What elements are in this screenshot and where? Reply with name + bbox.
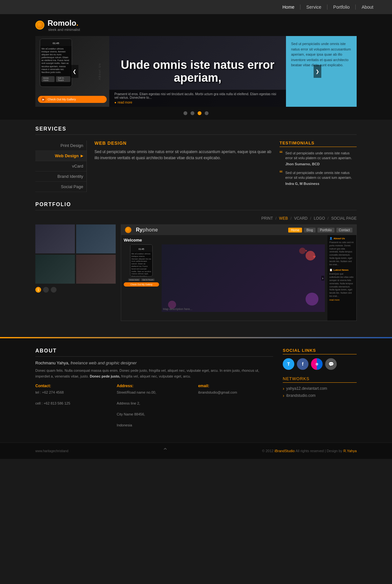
nav-service[interactable]: Service xyxy=(300,5,327,10)
flickr-icon[interactable]: ✿ xyxy=(311,358,323,370)
ps-mini-phone: 01:45 We aCurabitur ultrices tristique v… xyxy=(130,244,153,277)
footer-site-link: www.haritagechristiand xyxy=(35,449,68,453)
ps-nav-portfolio[interactable]: Portfolio xyxy=(317,228,334,233)
testimonial-1-text: Sed ut perspiciatis unde omnis iste natu… xyxy=(285,151,357,161)
ps-about-body: Praesent eu odio sed mi porta moleste. D… xyxy=(329,241,354,266)
ps-know-more[interactable]: know more xyxy=(128,278,140,281)
designer-link[interactable]: R.Yahya xyxy=(343,449,357,453)
portfolio-main: Ryphone Home Blog Portfolio Contact Welc… xyxy=(121,224,357,321)
ps-get-touch[interactable]: Get In Touch xyxy=(141,278,155,281)
ps-nav: Home Blog Portfolio Contact xyxy=(288,228,352,233)
nav-about[interactable]: About xyxy=(356,5,379,10)
footer-contact-row: Contact: tel : +62 274 4568 cell : +62 8… xyxy=(35,384,273,433)
author-role: freelance web and graphic designer xyxy=(70,360,137,365)
hero-section: ❮ 01:45 We aCurabitur ultrices tristique… xyxy=(0,36,392,120)
scroll-top-btn[interactable]: ⌃ xyxy=(162,447,168,455)
service-brand-identity[interactable]: Brand Identity xyxy=(35,171,86,182)
portfolio-page-2[interactable] xyxy=(43,287,49,293)
service-vcard[interactable]: vCard xyxy=(35,161,86,171)
filter-sep-1: / xyxy=(275,216,276,221)
portfolio-nav-dots: 1 xyxy=(35,287,116,293)
slider-arrow-left[interactable]: ❮ xyxy=(71,65,78,78)
hero-about-text: Praesent id eros. Etiam egestas nisi vel… xyxy=(114,92,281,99)
ps-nav-home[interactable]: Home xyxy=(288,228,302,233)
thumb-4[interactable] xyxy=(76,255,116,284)
ps-news-header: 📋 Latest News xyxy=(329,269,354,271)
check-gallery-btn[interactable]: ▶ Check Out My Gallery xyxy=(38,96,107,103)
dot-2[interactable] xyxy=(191,111,194,115)
slide-right-panel: Sed ut perspiciatis unde omnis iste natu… xyxy=(286,36,357,107)
ps-welcome-text: Welcome xyxy=(124,238,325,242)
thumb-1[interactable] xyxy=(35,224,75,253)
filter-logo[interactable]: LOGO xyxy=(314,216,325,221)
testimonials: TESTIMONIALS Sed ut perspiciatis unde om… xyxy=(280,141,357,192)
know-more-btn[interactable]: know more xyxy=(41,76,55,82)
address-line-1: Street/Road name no.00, xyxy=(117,389,192,396)
slide-right-text: Sed ut perspiciatis unde omnis iste natu… xyxy=(291,41,352,68)
thumb-3[interactable] xyxy=(35,255,75,284)
contact-label: Contact: xyxy=(35,384,110,388)
testimonial-2-author: Indra G, M Business xyxy=(285,182,357,186)
twitter-icon[interactable]: T xyxy=(283,358,294,370)
read-more-link[interactable]: ● read more xyxy=(114,101,281,104)
author-name: Rochmanu Yahya, freelance web and graphi… xyxy=(35,360,273,365)
ps-nav-blog[interactable]: Blog xyxy=(304,228,316,233)
portfolio-screenshot: Ryphone Home Blog Portfolio Contact Welc… xyxy=(121,225,356,321)
filter-social[interactable]: SOCIAL PAGE xyxy=(331,216,357,221)
ibrand-link[interactable]: iBrandStudio xyxy=(274,449,295,453)
main-nav: Home Service Portfolio About xyxy=(0,0,392,14)
footer-social: SOCIAL LINKS T f ✿ 💬 NETWORKS yahya12.de… xyxy=(273,348,357,433)
slider-arrow-right[interactable]: ❯ xyxy=(314,65,321,78)
testimonials-title: TESTIMONIALS xyxy=(280,141,357,147)
bottom-bar: www.haritagechristiand ⌃ © 2012 iBrandSt… xyxy=(0,443,392,459)
ps-nav-contact[interactable]: Contact xyxy=(336,228,352,233)
email-col: email: ibrandstudio@gmail.com xyxy=(198,384,273,433)
social-icons: T f ✿ 💬 xyxy=(283,358,357,370)
ps-brand-name: Ryphone xyxy=(136,227,158,233)
service-web-design[interactable]: Web Design xyxy=(35,151,86,161)
ps-read-more[interactable]: read more xyxy=(329,299,354,301)
thumb-row-1 xyxy=(35,224,116,253)
dot-1[interactable] xyxy=(183,111,187,115)
portfolio-section: PORTFOLIO PRINT / WEB / VCARD / LOGO / S… xyxy=(35,202,357,321)
services-content: WEB DESIGN Sed ut perspiciatis unde omni… xyxy=(87,141,280,192)
ps-deco-col: ♥ ♥ Map description here... › xyxy=(162,244,325,312)
about-bio: Donec quam felis. Nulla consequat massa … xyxy=(35,368,273,379)
phone-time: 01:45 xyxy=(53,42,59,45)
email-value: ibrandstudio@gmail.com xyxy=(198,389,273,396)
portfolio-page-3[interactable] xyxy=(51,287,57,293)
ps-check-gallery[interactable]: Check Out My Gallery xyxy=(124,282,159,287)
filter-print[interactable]: PRINT xyxy=(261,216,273,221)
get-touch-btn[interactable]: Get In Touch xyxy=(56,76,70,82)
dot-4[interactable] xyxy=(205,111,209,115)
footer-about: ABOUT Rochmanu Yahya, freelance web and … xyxy=(35,348,273,433)
dot-3[interactable] xyxy=(198,111,201,115)
slide-left-body-text: We aCurabitur ultrices tristique viverra… xyxy=(41,47,70,74)
chat-icon[interactable]: 💬 xyxy=(325,358,337,370)
services-section: SERVICES Print Design Web Design vCard B… xyxy=(35,126,357,192)
ps-about-header: 👤 About Us xyxy=(329,237,354,240)
network-deviantart[interactable]: yahya12.deviantart.com xyxy=(283,386,357,391)
nav-home[interactable]: Home xyxy=(277,5,300,10)
testimonial-2: Sed ut perspiciatis unde omnis iste natu… xyxy=(280,170,357,186)
contact-col: Contact: tel : +62 274 4568 cell : +62 8… xyxy=(35,384,110,433)
portfolio-page-1[interactable]: 1 xyxy=(35,287,41,293)
portfolio-filter: PRINT / WEB / VCARD / LOGO / SOCIAL PAGE xyxy=(35,216,357,221)
facebook-icon[interactable]: f xyxy=(297,358,308,370)
filter-vcard[interactable]: VCARD xyxy=(294,216,307,221)
service-social-page[interactable]: Social Page xyxy=(35,182,86,192)
contact-cell: cell : +62 813 586 125 xyxy=(35,400,110,407)
services-layout: Print Design Web Design vCard Brand Iden… xyxy=(35,141,357,192)
portfolio-title: PORTFOLIO xyxy=(35,202,357,210)
ps-slider-right[interactable]: › xyxy=(321,276,324,281)
thumb-2[interactable] xyxy=(76,224,116,253)
nav-portfolio[interactable]: Portfolio xyxy=(327,5,356,10)
service-print-design[interactable]: Print Design xyxy=(35,141,86,151)
network-ibrandstudio[interactable]: ibrandstudio.com xyxy=(283,393,357,398)
ps-body: Welcome 01:45 We aCurabitur ultrices tri… xyxy=(121,235,356,321)
filter-web[interactable]: WEB xyxy=(279,216,288,221)
networks-title: NETWORKS xyxy=(283,376,357,383)
map-desc: Map description here... xyxy=(163,307,192,311)
footer: ABOUT Rochmanu Yahya, freelance web and … xyxy=(0,338,392,443)
logo-tagline: sleek and minimalist xyxy=(48,28,80,32)
